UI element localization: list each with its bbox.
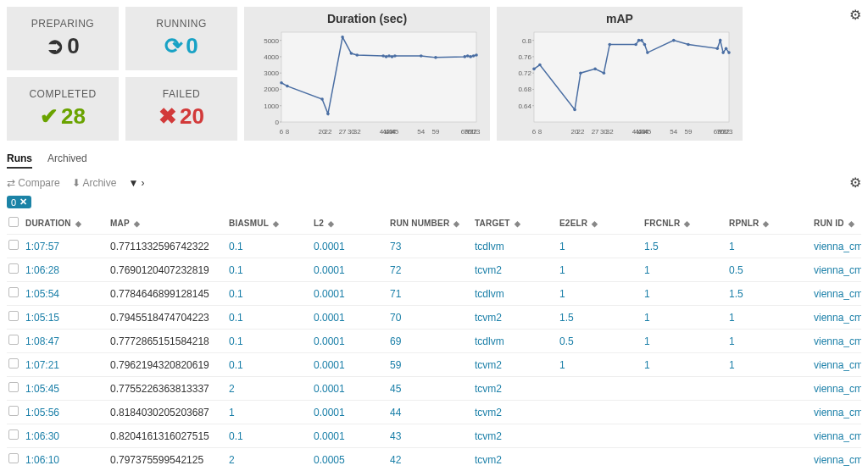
col-run-number[interactable]: RUN NUMBER ◆ xyxy=(387,212,471,235)
cell-l2[interactable]: 0.0001 xyxy=(310,377,387,401)
col-run-id[interactable]: RUN ID ◆ xyxy=(810,212,861,235)
cell-frcnlr[interactable] xyxy=(641,401,726,424)
gear-icon[interactable]: ⚙ xyxy=(849,175,861,191)
cell-biasmul[interactable]: 0.1 xyxy=(225,235,310,258)
cell-duration[interactable]: 1:06:30 xyxy=(22,424,107,448)
cell-biasmul[interactable]: 0.1 xyxy=(225,330,310,353)
row-checkbox[interactable] xyxy=(8,453,19,463)
table-row[interactable]: 1:05:150.79455184747042230.10.000170tcvm… xyxy=(7,306,861,330)
cell-frcnlr[interactable] xyxy=(641,424,726,448)
cell-target[interactable]: tcvm2 xyxy=(471,306,556,330)
cell-duration[interactable]: 1:07:21 xyxy=(22,353,107,377)
cell-e2elr[interactable]: 0.5 xyxy=(556,330,641,353)
cell-frcnlr[interactable] xyxy=(641,448,726,472)
cell-l2[interactable]: 0.0001 xyxy=(310,401,387,424)
table-row[interactable]: 1:05:560.818403020520368710.000144tcvm2v… xyxy=(7,401,861,424)
cell-run-number[interactable]: 45 xyxy=(387,377,471,401)
cell-run-number[interactable]: 71 xyxy=(387,282,471,306)
row-checkbox[interactable] xyxy=(8,335,19,345)
col-rpnlr[interactable]: RPNLR ◆ xyxy=(726,212,810,235)
cell-e2elr[interactable]: 1 xyxy=(556,282,641,306)
table-row[interactable]: 1:05:540.77846468991281450.10.000171tcdl… xyxy=(7,282,861,306)
cell-rpnlr[interactable]: 0.5 xyxy=(726,258,810,282)
cell-rpnlr[interactable]: 1 xyxy=(726,330,810,353)
cell-l2[interactable]: 0.0001 xyxy=(310,330,387,353)
cell-l2[interactable]: 0.0001 xyxy=(310,235,387,258)
gear-icon[interactable]: ⚙ xyxy=(849,7,861,23)
row-checkbox[interactable] xyxy=(8,263,19,274)
cell-rpnlr[interactable]: 1 xyxy=(726,306,810,330)
cell-duration[interactable]: 1:05:45 xyxy=(22,377,107,401)
col-map[interactable]: MAP ◆ xyxy=(107,212,225,235)
cell-duration[interactable]: 1:08:47 xyxy=(22,330,107,353)
cell-target[interactable]: tcdlvm xyxy=(471,282,556,306)
col-duration[interactable]: DURATION ◆ xyxy=(22,212,107,235)
table-row[interactable]: 1:05:450.775522636381333720.000145tcvm2v… xyxy=(7,377,861,401)
cell-e2elr[interactable]: 1 xyxy=(556,235,641,258)
cell-target[interactable]: tcdlvm xyxy=(471,235,556,258)
cell-biasmul[interactable]: 0.1 xyxy=(225,306,310,330)
cell-l2[interactable]: 0.0001 xyxy=(310,424,387,448)
table-row[interactable]: 1:06:280.76901204072328190.10.000172tcvm… xyxy=(7,258,861,282)
cell-run-id[interactable]: vienna_cmexp_150717 xyxy=(810,448,861,472)
cell-l2[interactable]: 0.0001 xyxy=(310,258,387,282)
cell-run-id[interactable]: vienna_cmexp_150718 xyxy=(810,401,861,424)
cell-duration[interactable]: 1:06:28 xyxy=(22,258,107,282)
table-row[interactable]: 1:07:570.77113325967423220.10.000173tcdl… xyxy=(7,235,861,258)
row-checkbox[interactable] xyxy=(8,382,19,392)
cell-e2elr[interactable]: 1 xyxy=(556,258,641,282)
cell-frcnlr[interactable]: 1 xyxy=(641,258,726,282)
cell-run-id[interactable]: vienna_cmexp_150719 xyxy=(810,377,861,401)
cell-run-id[interactable]: vienna_cmexp_150724 xyxy=(810,282,861,306)
status-card-running[interactable]: RUNNING ⟳0 xyxy=(125,7,237,70)
cell-run-number[interactable]: 44 xyxy=(387,401,471,424)
selection-pill[interactable]: 0 ✕ xyxy=(7,196,31,208)
cell-rpnlr[interactable]: 1 xyxy=(726,235,810,258)
cell-target[interactable]: tcvm2 xyxy=(471,424,556,448)
table-row[interactable]: 1:07:210.79621943208206190.10.000159tcvm… xyxy=(7,353,861,377)
col-e2elr[interactable]: E2ELR ◆ xyxy=(556,212,641,235)
cell-duration[interactable]: 1:07:57 xyxy=(22,235,107,258)
row-checkbox[interactable] xyxy=(8,287,19,297)
cell-run-id[interactable]: vienna_cmexp_150724 xyxy=(810,306,861,330)
cell-duration[interactable]: 1:05:15 xyxy=(22,306,107,330)
cell-e2elr[interactable] xyxy=(556,401,641,424)
cell-run-number[interactable]: 70 xyxy=(387,306,471,330)
cell-frcnlr[interactable]: 1.5 xyxy=(641,235,726,258)
cell-biasmul[interactable]: 2 xyxy=(225,448,310,472)
cell-run-number[interactable]: 73 xyxy=(387,235,471,258)
col-frcnlr[interactable]: FRCNLR ◆ xyxy=(641,212,726,235)
filter-button[interactable]: ▼ › xyxy=(128,177,144,189)
cell-run-number[interactable]: 42 xyxy=(387,448,471,472)
tab-runs[interactable]: Runs xyxy=(7,152,32,169)
col-l2[interactable]: L2 ◆ xyxy=(310,212,387,235)
cell-rpnlr[interactable] xyxy=(726,401,810,424)
archive-button[interactable]: ⬇ Archive xyxy=(72,177,117,189)
cell-duration[interactable]: 1:06:10 xyxy=(22,448,107,472)
cell-run-number[interactable]: 72 xyxy=(387,258,471,282)
cell-rpnlr[interactable]: 1.5 xyxy=(726,282,810,306)
cell-duration[interactable]: 1:05:56 xyxy=(22,401,107,424)
cell-e2elr[interactable]: 1 xyxy=(556,353,641,377)
table-row[interactable]: 1:08:470.77728651515842180.10.000169tcdl… xyxy=(7,330,861,353)
tab-archived[interactable]: Archived xyxy=(47,152,87,169)
cell-frcnlr[interactable]: 1 xyxy=(641,330,726,353)
cell-rpnlr[interactable]: 1 xyxy=(726,353,810,377)
cell-l2[interactable]: 0.0001 xyxy=(310,282,387,306)
cell-frcnlr[interactable]: 1 xyxy=(641,282,726,306)
cell-l2[interactable]: 0.0001 xyxy=(310,306,387,330)
cell-rpnlr[interactable] xyxy=(726,448,810,472)
status-card-completed[interactable]: COMPLETED ✔28 xyxy=(7,77,119,141)
cell-frcnlr[interactable] xyxy=(641,377,726,401)
cell-duration[interactable]: 1:05:54 xyxy=(22,282,107,306)
cell-biasmul[interactable]: 0.1 xyxy=(225,258,310,282)
cell-e2elr[interactable]: 1.5 xyxy=(556,306,641,330)
cell-target[interactable]: tcvm2 xyxy=(471,448,556,472)
cell-biasmul[interactable]: 0.1 xyxy=(225,282,310,306)
cell-target[interactable]: tcvm2 xyxy=(471,353,556,377)
cell-run-id[interactable]: vienna_cmexp_150722 xyxy=(810,353,861,377)
col-target[interactable]: TARGET ◆ xyxy=(471,212,556,235)
row-checkbox[interactable] xyxy=(8,429,19,440)
status-card-preparing[interactable]: PREPARING ➲0 xyxy=(7,7,119,70)
cell-biasmul[interactable]: 0.1 xyxy=(225,353,310,377)
